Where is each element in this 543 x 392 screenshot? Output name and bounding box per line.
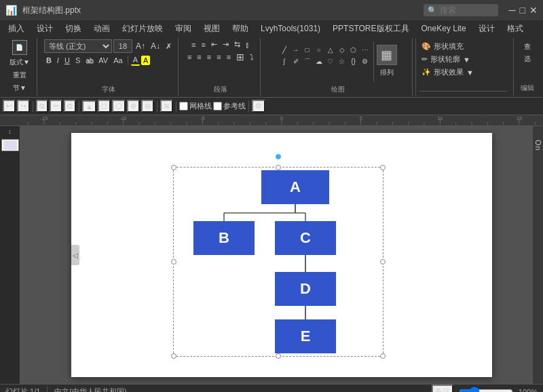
select-btn[interactable]: 选 — [517, 53, 538, 65]
handle-ml[interactable] — [171, 259, 176, 264]
convert-smartart-btn[interactable]: ⤵ — [248, 52, 256, 62]
org-box-b[interactable]: B — [193, 221, 255, 255]
menu-item-help[interactable]: 帮助 — [227, 22, 254, 36]
menu-item-lvyh[interactable]: LvyhTools(1031) — [255, 22, 326, 35]
grid-btn[interactable]: ≋ — [160, 100, 173, 113]
shape-arrow[interactable]: → — [291, 45, 301, 56]
slide-thumbnail[interactable] — [1, 139, 19, 151]
font-name-select[interactable]: 等线 (正文) — [44, 39, 112, 53]
menu-item-pptstore[interactable]: PPTSTORE版权工具 — [327, 22, 414, 36]
shape-connector[interactable]: ⌒ — [302, 56, 313, 67]
menu-item-transition[interactable]: 切换 — [60, 22, 87, 36]
clear-format-btn[interactable]: ✗ — [164, 41, 174, 52]
shape-rect[interactable]: □ — [302, 45, 313, 56]
align-center-btn[interactable]: ≡ — [195, 52, 203, 62]
gridlines-checkbox[interactable] — [179, 102, 188, 111]
shape-curve[interactable]: ∫ — [279, 56, 290, 67]
undo-btn[interactable]: ↩ — [3, 100, 16, 113]
line-spacing-btn[interactable]: ≡ — [225, 52, 233, 62]
font-color-btn[interactable]: A — [131, 55, 140, 66]
font-size-input[interactable] — [113, 39, 132, 53]
align-right-btn[interactable]: ≡ — [205, 52, 213, 62]
layout-btn[interactable]: 版式▼ — [7, 56, 33, 68]
cut-btn[interactable]: ✂ — [50, 100, 62, 113]
shape-oval[interactable]: ○ — [314, 45, 324, 56]
add-btn[interactable]: ⊕ — [127, 100, 140, 113]
new-slide-btn[interactable]: 📄 — [7, 39, 33, 56]
reset-btn[interactable]: 重置 — [7, 69, 33, 81]
redo-btn[interactable]: ↪ — [17, 100, 30, 113]
handle-br[interactable] — [380, 353, 386, 359]
rect-btn[interactable]: ◻ — [98, 100, 111, 113]
settings-btn[interactable]: ⚙ — [252, 100, 265, 113]
zoom-slider[interactable] — [459, 387, 513, 393]
left-resize-handle[interactable]: ◁ — [71, 245, 79, 265]
org-box-a[interactable]: A — [261, 170, 329, 204]
numbering-btn[interactable]: ≡ — [199, 40, 207, 50]
indent-increase-btn[interactable]: ⇥ — [221, 39, 231, 50]
strikethrough-btn[interactable]: S — [73, 56, 82, 65]
shape-outline-btn[interactable]: ✏ 形状轮廓▼ — [419, 54, 508, 65]
maximize-btn[interactable]: □ — [520, 5, 525, 16]
highlight-btn[interactable]: A — [141, 56, 150, 65]
font-decrease-btn[interactable]: A↓ — [149, 41, 162, 52]
shape-more[interactable]: ⋯ — [360, 45, 371, 56]
handle-tr[interactable] — [380, 165, 386, 170]
shape-custom[interactable]: ⚙ — [360, 56, 371, 67]
underline-btn[interactable]: U — [62, 56, 72, 65]
bold-btn[interactable]: B — [44, 56, 54, 65]
close-btn[interactable]: ✕ — [529, 5, 538, 16]
handle-mr[interactable] — [380, 259, 386, 264]
arrange-btn[interactable]: 排列 — [377, 66, 397, 79]
align-left-btn[interactable]: ≡ — [185, 52, 193, 62]
columns-btn[interactable]: ⫿ — [244, 40, 252, 50]
shape-diamond[interactable]: ◇ — [337, 45, 348, 56]
minimize-btn[interactable]: ─ — [509, 5, 516, 16]
menu-item-slideshow[interactable]: 幻灯片放映 — [117, 22, 168, 36]
hex-btn[interactable]: ⬡ — [112, 100, 126, 113]
menu-item-onekey[interactable]: OneKey Lite — [416, 22, 472, 35]
org-box-d[interactable]: D — [275, 272, 336, 306]
shadow-btn[interactable]: ab — [83, 56, 95, 65]
slide-canvas[interactable]: A B C D E ◁ — [71, 133, 492, 377]
menu-item-animation[interactable]: 动画 — [88, 22, 115, 36]
shape-line[interactable]: ╱ — [279, 45, 290, 56]
remove-btn[interactable]: ⊖ — [141, 100, 154, 113]
format-painter-btn[interactable]: ⧉ — [36, 100, 48, 113]
menu-item-design2[interactable]: 设计 — [473, 22, 500, 36]
italic-btn[interactable]: I — [55, 56, 61, 65]
menu-item-format[interactable]: 格式 — [502, 22, 529, 36]
menu-item-design[interactable]: 设计 — [31, 22, 58, 36]
notes-btn[interactable]: 备注 — [432, 385, 453, 392]
justify-btn[interactable]: ≡ — [214, 52, 223, 62]
shape-freeform[interactable]: ✐ — [291, 56, 301, 67]
bullet-btn[interactable]: ≡ — [189, 40, 198, 50]
menu-item-insert[interactable]: 插入 — [3, 22, 30, 36]
shape-effect-btn[interactable]: ✨ 形状效果▼ — [419, 66, 508, 78]
handle-rotate[interactable] — [276, 154, 281, 159]
search-input[interactable] — [440, 5, 494, 15]
shape-tri[interactable]: △ — [325, 45, 336, 56]
font-increase-btn[interactable]: A↑ — [134, 41, 147, 52]
case-btn[interactable]: Aa — [111, 56, 124, 65]
shape-heart[interactable]: ♡ — [325, 56, 336, 67]
smartart-btn[interactable]: ⊞ — [234, 51, 246, 63]
org-box-c[interactable]: C — [275, 221, 336, 255]
section-btn[interactable]: 节▼ — [7, 82, 33, 94]
menu-item-view[interactable]: 视图 — [198, 22, 225, 36]
char-spacing-btn[interactable]: AV — [96, 56, 110, 65]
find-btn[interactable]: 查 — [517, 41, 538, 53]
handle-bl[interactable] — [171, 353, 176, 359]
triangle-btn[interactable]: ▲ — [82, 100, 96, 113]
indent-decrease-btn[interactable]: ⇤ — [209, 39, 219, 50]
shape-star[interactable]: ☆ — [337, 56, 348, 67]
shape-penta[interactable]: ⬠ — [348, 45, 359, 56]
handle-bm[interactable] — [276, 353, 281, 359]
menu-item-review[interactable]: 审阅 — [170, 22, 197, 36]
copy-btn[interactable]: ⧉ — [64, 100, 76, 113]
shape-fill-btn[interactable]: 🎨 形状填充 — [419, 41, 508, 52]
guides-checkbox[interactable] — [213, 102, 222, 111]
rtl-btn[interactable]: ⇆ — [232, 39, 242, 50]
shape-bracket[interactable]: {} — [348, 56, 359, 67]
handle-tm[interactable] — [276, 165, 281, 170]
